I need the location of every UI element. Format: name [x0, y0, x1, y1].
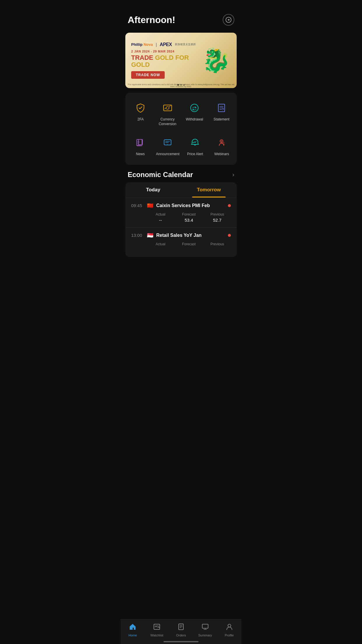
- withdrawal-icon: [187, 101, 201, 115]
- price-alert-icon: [188, 136, 202, 150]
- event-2-data: Actual Forecast Previous: [131, 242, 231, 252]
- action-news-label: News: [136, 152, 145, 157]
- banner-cta-button[interactable]: TRADE NOW: [131, 71, 165, 79]
- news-icon: [133, 136, 147, 150]
- action-2fa[interactable]: 2FA: [128, 99, 153, 129]
- action-webinars[interactable]: Webinars: [210, 133, 234, 159]
- shield-icon: [133, 101, 147, 115]
- event-2-forecast-label: Forecast: [175, 242, 202, 246]
- greeting-text: Afternoon!: [128, 15, 175, 25]
- economic-calendar-title: Economic Calendar: [128, 171, 193, 179]
- event-2-importance-dot: [228, 234, 231, 237]
- event-2-previous-value: [204, 247, 231, 252]
- event-2-actual-value: [147, 247, 174, 252]
- event-1-header: 09:45 🇨🇳 Caixin Services PMI Feb: [131, 202, 231, 209]
- event-1-forecast-value: 53.4: [175, 218, 202, 223]
- event-1-actual-value: --: [147, 218, 174, 223]
- webinars-icon: [215, 136, 229, 150]
- event-2-header: 13:00 🇸🇬 Retail Sales YoY Jan: [131, 232, 231, 239]
- action-webinars-label: Webinars: [214, 152, 229, 157]
- economic-calendar-card: Today Tomorrow 09:45 🇨🇳 Caixin Services …: [125, 182, 237, 257]
- action-withdrawal[interactable]: Withdrawal: [182, 99, 207, 129]
- quick-actions-row-2: News Announcement Price A: [128, 133, 234, 159]
- event-2-forecast-value: [175, 247, 202, 252]
- action-currency-label: Currency Conversion: [157, 117, 179, 126]
- svg-point-2: [191, 104, 198, 112]
- action-withdrawal-label: Withdrawal: [186, 117, 203, 122]
- economic-calendar-arrow[interactable]: ›: [232, 171, 234, 178]
- event-1-previous-value: 52.7: [204, 218, 231, 223]
- event-1-time: 09:45: [131, 203, 144, 208]
- event-1-forecast-label: Forecast: [175, 212, 202, 216]
- event-1-actual-label: Actual: [147, 212, 174, 216]
- economic-calendar-header: Economic Calendar ›: [121, 165, 241, 182]
- announcement-icon: [161, 136, 175, 150]
- header: Afternoon!: [121, 0, 241, 30]
- event-1-importance-dot: [228, 204, 231, 207]
- quick-actions-row-1: 2FA Currency Conversion: [128, 99, 234, 129]
- currency-icon: [161, 101, 175, 115]
- statement-icon: [215, 101, 229, 115]
- calendar-tabs: Today Tomorrow: [125, 182, 237, 197]
- action-announcement-label: Announcement: [156, 152, 180, 157]
- event-2-time: 13:00: [131, 233, 144, 238]
- event-2-previous-label: Previous: [204, 242, 231, 246]
- event-1-name: Caixin Services PMI Feb: [156, 203, 225, 208]
- action-news[interactable]: News: [128, 133, 152, 159]
- action-price-alert-label: Price Alert: [187, 152, 203, 157]
- banner-disclaimer: *For applicable terms and conditions and…: [128, 83, 234, 88]
- svg-point-8: [221, 141, 222, 142]
- calendar-event-2: 13:00 🇸🇬 Retail Sales YoY Jan Actual For…: [125, 227, 237, 257]
- tab-tomorrow[interactable]: Tomorrow: [181, 182, 237, 197]
- event-2-name: Retail Sales YoY Jan: [156, 233, 225, 238]
- action-announcement[interactable]: Announcement: [155, 133, 181, 159]
- calendar-event-1: 09:45 🇨🇳 Caixin Services PMI Feb Actual …: [125, 197, 237, 227]
- event-2-actual-label: Actual: [147, 242, 174, 246]
- action-currency-conversion[interactable]: Currency Conversion: [155, 99, 180, 129]
- tab-today[interactable]: Today: [125, 182, 181, 197]
- event-1-previous-label: Previous: [204, 212, 231, 216]
- event-2-flag: 🇸🇬: [147, 232, 153, 239]
- login-button[interactable]: [223, 14, 234, 26]
- action-statement-label: Statement: [213, 117, 229, 122]
- event-1-flag: 🇨🇳: [147, 202, 153, 209]
- action-2fa-label: 2FA: [138, 117, 144, 122]
- banner-dragon-decoration: 🐉: [193, 33, 237, 88]
- quick-actions-grid: 2FA Currency Conversion: [125, 93, 237, 165]
- login-icon: [225, 17, 232, 23]
- event-1-data: Actual -- Forecast 53.4 Previous 52.7: [131, 212, 231, 223]
- action-price-alert[interactable]: Price Alert: [183, 133, 207, 159]
- action-statement[interactable]: Statement: [209, 99, 234, 129]
- promo-banner[interactable]: Phillip Nova | APEX 新加坡亚太交易所 2 JAN 2024 …: [125, 33, 237, 88]
